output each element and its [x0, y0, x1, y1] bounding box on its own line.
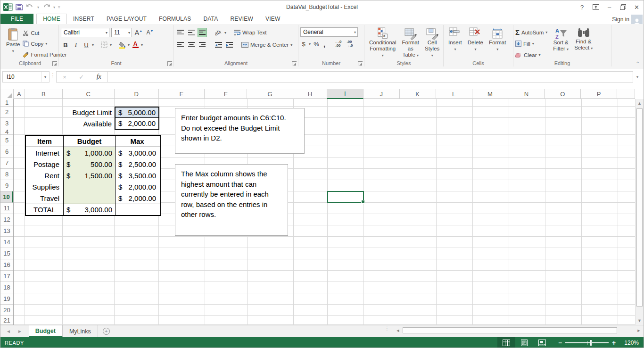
alignment-dialog-launcher[interactable] [292, 61, 297, 66]
grid-cell[interactable] [509, 135, 545, 146]
grid-cell[interactable] [294, 99, 328, 107]
grid-cell[interactable] [509, 180, 545, 191]
grid-cell[interactable] [328, 157, 364, 169]
grid-cell[interactable] [364, 157, 400, 169]
grid-cell[interactable] [545, 214, 582, 225]
grid-cell[interactable] [328, 214, 364, 225]
grid-cell[interactable] [618, 169, 636, 180]
grid-cell[interactable] [437, 248, 473, 259]
grid-cell[interactable] [473, 316, 509, 325]
fill-color-button[interactable] [117, 40, 127, 50]
tab-home[interactable]: HOME [36, 14, 67, 24]
grid-cell[interactable] [364, 99, 400, 107]
column-header-M[interactable]: M [472, 89, 509, 99]
fill-button[interactable]: Fill ▾ [515, 39, 547, 49]
grid-cell[interactable] [115, 248, 159, 259]
column-header-J[interactable]: J [363, 89, 400, 99]
grid-cell[interactable] [545, 305, 582, 316]
grid-cell[interactable] [63, 316, 115, 325]
row-header-15[interactable]: 15 [0, 248, 13, 259]
grid-cell[interactable] [248, 305, 294, 316]
grid-cell[interactable] [618, 135, 636, 146]
grid-cell[interactable] [294, 157, 328, 169]
scroll-down-icon[interactable]: ▼ [636, 316, 644, 325]
grid-cell[interactable] [473, 146, 509, 157]
help-button[interactable]: ? [575, 2, 589, 12]
grid-cell[interactable] [582, 191, 618, 203]
grid-cell[interactable] [582, 157, 618, 169]
grid-cell[interactable] [509, 129, 545, 135]
grid-cell[interactable] [437, 169, 473, 180]
grid-cell[interactable] [159, 293, 205, 305]
grid-cell[interactable] [294, 305, 328, 316]
column-header-G[interactable]: G [247, 89, 293, 99]
grid-cell[interactable] [294, 180, 328, 191]
grid-cell[interactable] [115, 259, 159, 271]
grid-cell[interactable] [328, 107, 364, 118]
grid-cell[interactable] [582, 293, 618, 305]
bottom-align-button[interactable] [198, 28, 207, 37]
grid-cell[interactable] [14, 99, 25, 107]
format-as-table-button[interactable]: Format as Table ▾ [399, 26, 422, 60]
grid-cell[interactable] [14, 169, 25, 180]
grid-cell[interactable] [328, 282, 364, 293]
table-row[interactable]: Rent $1,500.00 $3,500.00 [26, 170, 160, 181]
autosum-dropdown-icon[interactable]: ▾ [545, 30, 547, 34]
grid-cell[interactable] [437, 146, 473, 157]
grid-cell[interactable] [63, 282, 115, 293]
grid-cell[interactable] [328, 225, 364, 237]
grid-cell[interactable] [364, 180, 400, 191]
font-size-combo[interactable]: 11▾ [111, 28, 132, 37]
wrap-text-button[interactable]: Wrap Text [234, 27, 266, 38]
grid-cell[interactable] [400, 214, 437, 225]
grid-cell[interactable] [509, 305, 545, 316]
grid-cell[interactable] [25, 293, 63, 305]
font-family-combo[interactable]: Calibri▾ [61, 28, 109, 37]
grid-cell[interactable] [205, 259, 248, 271]
restore-button[interactable] [616, 2, 630, 12]
grid-cell[interactable] [545, 191, 582, 203]
column-header-partial[interactable] [617, 89, 635, 99]
minimize-button[interactable]: – [603, 2, 616, 12]
grid-cell[interactable] [364, 316, 400, 325]
grid-cell[interactable] [25, 248, 63, 259]
grid-cell[interactable] [14, 282, 25, 293]
fill-dropdown-icon[interactable]: ▾ [532, 41, 534, 46]
grid-cell[interactable] [582, 146, 618, 157]
grid-cell[interactable] [14, 237, 25, 248]
scroll-right-icon[interactable]: ► [635, 328, 643, 333]
orientation-button[interactable]: ab [214, 28, 223, 37]
fill-color-dropdown-icon[interactable]: ▾ [128, 43, 130, 47]
table-row[interactable]: Supplies $2,000.00 [26, 181, 160, 192]
grid-cell[interactable] [437, 135, 473, 146]
row-header-2[interactable]: 2 [0, 107, 13, 118]
format-cells-button[interactable]: Format ▾ [486, 26, 509, 60]
grid-cell[interactable] [205, 99, 248, 107]
grid-cell[interactable] [618, 180, 636, 191]
grid-cell[interactable] [509, 293, 545, 305]
grid-cell[interactable] [618, 225, 636, 237]
grid-cell[interactable] [618, 203, 636, 214]
grid-cell[interactable] [14, 180, 25, 191]
tab-scroll-splitter[interactable]: ⋮ [385, 327, 388, 335]
grid-cell[interactable] [248, 99, 294, 107]
grid-cell[interactable] [473, 191, 509, 203]
grid-cell[interactable] [473, 118, 509, 129]
row-header-17[interactable]: 17 [0, 271, 13, 282]
grid-cell[interactable] [545, 237, 582, 248]
grid-cell[interactable] [618, 259, 636, 271]
grid-cell[interactable] [618, 248, 636, 259]
grid-cell[interactable] [582, 99, 618, 107]
italic-button[interactable]: I [71, 40, 81, 50]
grid-cell[interactable] [63, 248, 115, 259]
row-header-18[interactable]: 18 [0, 282, 13, 293]
grid-cell[interactable] [294, 191, 328, 203]
clear-dropdown-icon[interactable]: ▾ [538, 53, 540, 57]
grid-cell[interactable] [294, 293, 328, 305]
grid-cell[interactable] [437, 203, 473, 214]
row-header-16[interactable]: 16 [0, 259, 13, 271]
grid-cell[interactable] [473, 248, 509, 259]
grid-cell[interactable] [294, 282, 328, 293]
grid-cell[interactable] [437, 293, 473, 305]
grid-cell[interactable] [400, 135, 437, 146]
